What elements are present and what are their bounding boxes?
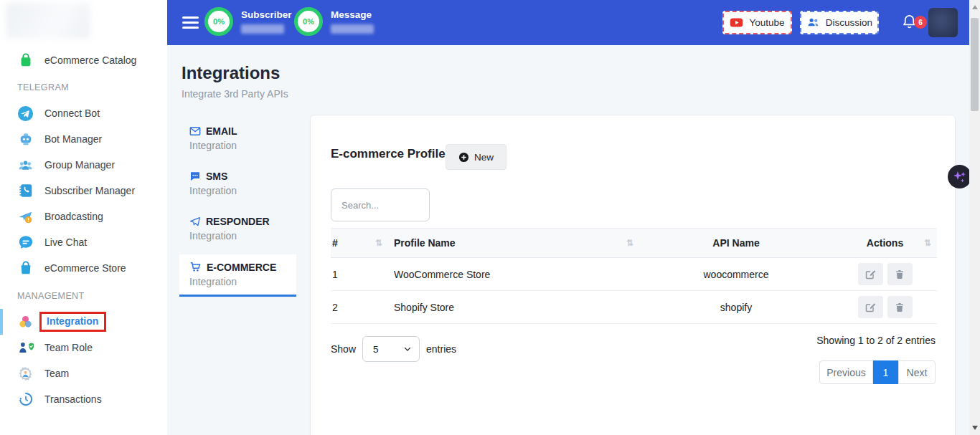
tab-label: RESPONDER (206, 216, 270, 227)
sidebar-item-transactions[interactable]: Transactions (0, 386, 167, 412)
sidebar-item-label: Live Chat (44, 236, 87, 248)
sidebar-item-label: Subscriber Manager (44, 185, 135, 196)
sidebar-item-team[interactable]: Team (0, 360, 167, 386)
chat-bubble-icon (17, 234, 34, 251)
results-summary: Showing 1 to 2 of 2 entries (816, 335, 936, 346)
scrollbar[interactable] (969, 0, 980, 435)
row-api-name: woocommerce (639, 269, 833, 280)
sidebar-item-label: Team Role (44, 342, 93, 353)
message-stat-label: Message (331, 9, 374, 20)
profiles-table: #⇅ Profile Name⇅ API Name Actions⇅ 1 Woo… (331, 228, 937, 324)
robot-icon (17, 131, 34, 148)
tab-email-integration[interactable]: EMAIL Integration (179, 119, 296, 158)
hamburger-menu-icon[interactable] (182, 16, 199, 32)
edit-pencil-icon (864, 268, 877, 280)
tab-sublabel: Integration (189, 276, 288, 287)
sidebar-item-label: Broadcasting (44, 211, 103, 222)
paper-plane-icon (189, 216, 201, 227)
discussion-button-label: Discussion (826, 17, 872, 28)
tab-responder-integration[interactable]: RESPONDER Integration (179, 209, 296, 249)
edit-pencil-icon (864, 301, 877, 313)
panel-title: E-commerce Profile (331, 147, 446, 161)
cart-icon (189, 261, 202, 273)
pagination: Previous 1 Next (819, 360, 936, 384)
subscriber-stat-value-blurred (241, 24, 284, 34)
page-subtitle: Integrate 3rd Party APIs (182, 88, 288, 100)
trash-icon (894, 269, 905, 280)
page-1-button[interactable]: 1 (873, 360, 898, 384)
search-input[interactable] (331, 188, 430, 221)
previous-page-button[interactable]: Previous (819, 360, 873, 384)
sms-bubble-icon (189, 171, 201, 182)
row-profile-name: WooCommerce Store (388, 269, 639, 280)
sidebar-item-broadcasting[interactable]: Broadcasting (0, 204, 167, 229)
tab-ecommerce-integration[interactable]: E-COMMERCE Integration (179, 254, 296, 297)
edit-button[interactable] (858, 263, 883, 285)
sidebar-item-label: Connect Bot (44, 107, 100, 119)
row-profile-name: Shopify Store (388, 302, 639, 313)
edit-button[interactable] (858, 296, 883, 318)
notifications-button[interactable]: 6 (901, 13, 920, 33)
history-clock-icon (17, 391, 34, 408)
sidebar-item-live-chat[interactable]: Live Chat (0, 229, 167, 255)
integration-circles-icon (17, 314, 34, 330)
users-icon (806, 16, 820, 29)
contact-book-icon (17, 183, 34, 199)
scrollbar-thumb[interactable] (971, 18, 979, 111)
scrollbar-down-arrow[interactable] (972, 426, 978, 430)
next-page-button[interactable]: Next (898, 360, 936, 384)
telegram-plane-icon (17, 105, 34, 122)
subscriber-usage-widget: 0% Subscriber (204, 7, 292, 36)
sort-icon[interactable]: ⇅ (626, 238, 633, 248)
page-title: Integrations (182, 63, 288, 83)
notification-count-badge: 6 (914, 16, 927, 29)
sidebar-item-integration[interactable]: Integration (0, 309, 167, 335)
sidebar-section-management: MANAGEMENT (17, 291, 167, 301)
delete-button[interactable] (887, 263, 913, 285)
tab-sublabel: Integration (189, 230, 288, 242)
sidebar-item-subscriber-manager[interactable]: Subscriber Manager (0, 178, 167, 204)
integration-tab-list: EMAIL Integration SMS Integration RESPON… (179, 119, 296, 302)
sidebar-item-ecommerce-catalog[interactable]: eCommerce Catalog (0, 48, 167, 72)
tab-sms-integration[interactable]: SMS Integration (179, 164, 296, 204)
sidebar-item-group-manager[interactable]: Group Manager (0, 152, 167, 178)
message-progress-ring: 0% (294, 7, 323, 36)
discussion-button[interactable]: Discussion (800, 11, 879, 34)
sidebar-item-bot-manager[interactable]: Bot Manager (0, 126, 167, 152)
youtube-button[interactable]: Youtube (722, 11, 792, 34)
user-avatar[interactable] (928, 8, 958, 37)
ai-assistant-button[interactable] (948, 165, 971, 188)
tab-label: SMS (206, 171, 227, 182)
sidebar-item-label: eCommerce Catalog (44, 54, 136, 66)
envelope-icon (189, 125, 201, 137)
column-header-number[interactable]: #⇅ (331, 237, 388, 249)
sort-icon[interactable]: ⇅ (375, 238, 382, 248)
new-profile-button[interactable]: New (446, 144, 507, 170)
people-group-icon (17, 157, 34, 173)
show-label: Show (331, 343, 356, 355)
ecommerce-profile-panel: E-commerce Profile New #⇅ Profile Name⇅ … (310, 115, 956, 435)
sidebar-item-ecommerce-store[interactable]: eCommerce Store (0, 255, 167, 281)
table-header-row: #⇅ Profile Name⇅ API Name Actions⇅ (331, 228, 937, 258)
person-shield-icon (17, 340, 34, 356)
sidebar-item-team-role[interactable]: Team Role (0, 335, 167, 360)
sidebar-item-label: Transactions (44, 393, 102, 405)
scrollbar-up-arrow[interactable] (972, 5, 978, 9)
page-size-select[interactable]: 5 (362, 336, 420, 362)
column-header-api-name[interactable]: API Name (639, 237, 833, 249)
column-header-actions[interactable]: Actions⇅ (833, 237, 937, 249)
sidebar-item-label: Group Manager (44, 159, 115, 171)
shopping-bag-blue-icon (17, 260, 34, 277)
youtube-icon (730, 16, 743, 29)
sort-icon[interactable]: ⇅ (924, 238, 931, 248)
page-size-value: 5 (373, 344, 379, 355)
sidebar-item-connect-bot[interactable]: Connect Bot (0, 100, 167, 126)
column-header-profile-name[interactable]: Profile Name⇅ (388, 237, 639, 249)
row-number: 2 (331, 302, 388, 313)
delete-button[interactable] (887, 296, 913, 318)
tab-sublabel: Integration (189, 140, 288, 151)
tab-sublabel: Integration (189, 185, 288, 196)
trash-icon (894, 302, 905, 313)
new-button-label: New (474, 152, 494, 163)
sidebar-section-telegram: TELEGRAM (17, 82, 167, 92)
